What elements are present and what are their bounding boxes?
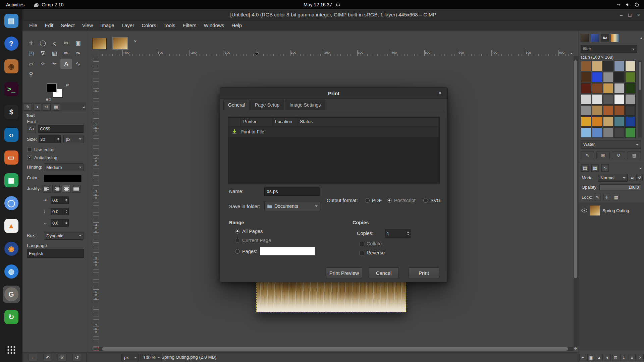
size-unit-combo[interactable]: px <box>63 135 84 143</box>
brush-thumbnail[interactable] <box>603 94 613 105</box>
menu-image[interactable]: Image <box>97 20 118 30</box>
brush-thumbnail[interactable] <box>614 116 625 127</box>
dock-cheese-icon[interactable]: ◉ <box>3 58 20 75</box>
tool-free-select[interactable]: ς <box>49 38 60 48</box>
brush-thumbnail[interactable] <box>592 105 602 116</box>
lock-alpha-icon[interactable]: ▦ <box>613 194 620 200</box>
format-pdf-radio[interactable] <box>365 198 370 203</box>
print-button[interactable]: Print <box>408 267 439 278</box>
device-status-tab[interactable]: ◑ <box>33 103 41 111</box>
dock-software-updater-icon[interactable]: ↻ <box>3 308 20 326</box>
menu-windows[interactable]: Windows <box>200 20 228 30</box>
dock-swirl-app-icon[interactable]: ◍ <box>3 263 20 280</box>
vertical-ruler[interactable]: 0 100 200 300 400 500 600 700 <box>93 56 99 347</box>
pages-label[interactable]: Pages: <box>242 249 257 254</box>
horizontal-ruler[interactable]: -400 -300 -200 -100 0 100 200 300 400 50… <box>99 50 574 56</box>
lower-layer-button[interactable]: ▼ <box>604 354 611 361</box>
navigation-button[interactable]: ✛ <box>574 347 578 351</box>
fonts-tab[interactable]: Aa <box>601 34 609 42</box>
app-grid-button[interactable] <box>3 341 20 359</box>
tab-menu-arrow-icon[interactable]: ◂ <box>83 105 85 109</box>
hinting-combo[interactable]: Medium <box>44 163 84 171</box>
tool-airbrush[interactable]: ✧ <box>37 59 49 69</box>
delete-layer-button[interactable]: ✕ <box>637 354 644 361</box>
box-combo[interactable]: Dynamic <box>44 232 84 240</box>
brush-thumbnail[interactable] <box>581 105 591 116</box>
dock-vscode-icon[interactable]: ‹› <box>3 126 20 143</box>
dock-terminal-icon[interactable]: >_ <box>3 80 20 98</box>
reset-tool-options-button[interactable]: ↺ <box>72 354 81 361</box>
brush-set-combo[interactable]: Water, <box>581 140 641 149</box>
brush-thumbnail[interactable] <box>625 72 636 82</box>
copies-up-icon[interactable] <box>406 229 410 233</box>
size-down-icon[interactable] <box>56 139 60 143</box>
brush-thumbnail[interactable] <box>614 83 625 94</box>
channels-tab[interactable]: ▦ <box>591 164 599 172</box>
tool-paintbrush[interactable]: ✑ <box>72 48 84 59</box>
layer-mode-combo[interactable]: Normal <box>598 174 628 182</box>
brush-thumbnail[interactable] <box>592 72 602 82</box>
brush-thumbnail[interactable] <box>581 94 591 105</box>
merge-layer-button[interactable]: ≡ <box>629 354 636 361</box>
menu-select[interactable]: Select <box>57 20 78 30</box>
canvas-menu-arrow-icon[interactable]: ◂ <box>569 51 574 56</box>
duplicate-layer-button[interactable]: ⊞ <box>612 354 619 361</box>
printer-row-print-to-file[interactable]: Print to File <box>228 126 439 137</box>
format-svg-label[interactable]: SVG <box>430 198 441 203</box>
status-column-header[interactable]: Status <box>297 118 439 126</box>
line-spacing-up-icon[interactable] <box>64 208 68 212</box>
vertical-scrollbar[interactable] <box>574 56 578 347</box>
brush-thumbnail[interactable] <box>603 105 613 116</box>
image-tab-1[interactable] <box>92 38 107 49</box>
raise-layer-button[interactable]: ▲ <box>596 354 603 361</box>
brush-thumbnail[interactable] <box>614 94 625 105</box>
cancel-button[interactable]: Cancel <box>369 267 399 278</box>
indent-up-icon[interactable] <box>64 197 68 200</box>
print-dialog-close-icon[interactable]: × <box>437 90 443 97</box>
focused-app-menu[interactable]: Gimp-2.10 <box>33 2 63 7</box>
size-up-icon[interactable] <box>56 135 60 139</box>
indent-down-icon[interactable] <box>64 200 68 203</box>
brush-thumbnail[interactable] <box>603 72 613 82</box>
open-brush-button[interactable]: ▤ <box>628 151 641 159</box>
brush-thumbnail[interactable] <box>625 83 636 94</box>
brushes-tab[interactable] <box>581 34 589 42</box>
brush-scrollbar-thumb[interactable] <box>639 62 641 90</box>
brush-thumbnail[interactable] <box>581 83 591 94</box>
mode-reset-icon[interactable]: ↺ <box>636 175 643 181</box>
menu-edit[interactable]: Edit <box>41 20 57 30</box>
justify-left-button[interactable] <box>43 185 51 193</box>
tool-crop[interactable]: ▣ <box>72 38 84 48</box>
new-layer-button[interactable]: + <box>579 354 586 361</box>
images-tab[interactable]: ▦ <box>52 103 60 111</box>
close-button[interactable]: × <box>637 12 640 18</box>
tool-eraser[interactable]: ▱ <box>25 59 37 69</box>
brush-grid-scrollbar[interactable] <box>638 61 642 137</box>
use-editor-checkbox[interactable] <box>27 147 32 152</box>
menu-layer[interactable]: Layer <box>118 20 138 30</box>
dock-help-icon[interactable]: ? <box>3 35 20 52</box>
letter-spacing-up-icon[interactable] <box>64 220 68 223</box>
tab-menu-arrow-icon[interactable]: ◂ <box>639 166 641 170</box>
tool-smudge[interactable]: ∿ <box>72 59 84 69</box>
line-spacing-down-icon[interactable] <box>64 212 68 215</box>
undo-history-tab[interactable]: ↺ <box>43 103 51 111</box>
tab-image-settings[interactable]: Image Settings <box>285 100 325 110</box>
dock-impress-icon[interactable]: ▭ <box>3 149 20 166</box>
letter-spacing-down-icon[interactable] <box>64 223 68 226</box>
horizontal-scrollbar[interactable] <box>99 347 574 351</box>
tool-ellipse-select[interactable]: ◯ <box>37 38 49 48</box>
zoom-combo[interactable]: 100 % <box>141 354 162 361</box>
foreground-color-swatch[interactable] <box>47 83 57 92</box>
pages-radio[interactable] <box>235 249 240 254</box>
dock-files-icon[interactable]: ▤ <box>3 12 20 29</box>
print-preview-button[interactable]: Print Preview <box>326 267 362 278</box>
tool-text[interactable]: A <box>60 59 72 69</box>
format-postscript-label[interactable]: Postscript <box>394 198 416 203</box>
tab-menu-arrow-icon[interactable]: ◂ <box>640 36 642 40</box>
line-spacing-spinbox[interactable] <box>51 208 69 215</box>
brush-thumbnail[interactable] <box>603 116 613 127</box>
tool-zoom[interactable]: ⚲ <box>25 69 37 79</box>
justify-fill-button[interactable] <box>72 185 80 193</box>
all-pages-label[interactable]: All Pages <box>242 229 263 234</box>
